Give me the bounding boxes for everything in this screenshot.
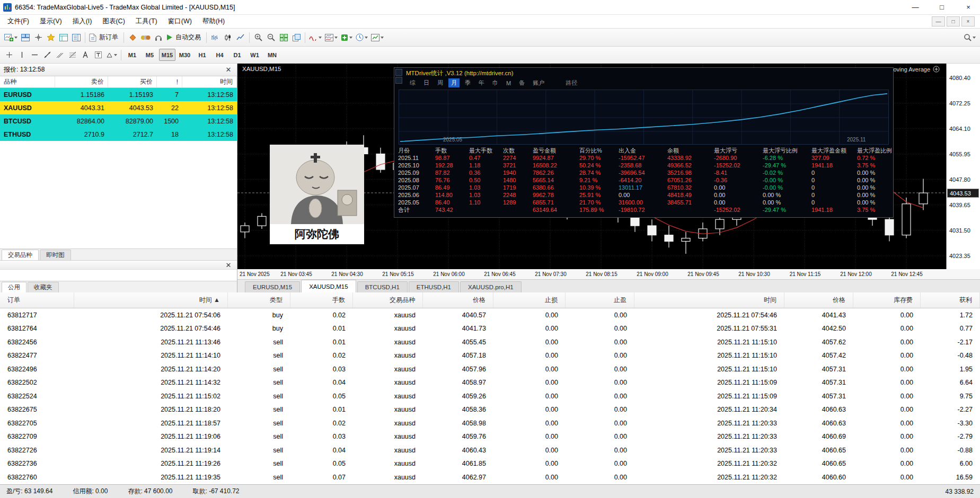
order-row[interactable]: 638227362025.11.21 11:19:26sell0.05xauus…	[0, 457, 980, 471]
mtdriver-tab-周[interactable]: 周	[435, 78, 446, 87]
price-axis[interactable]: 4080.404072.254064.104055.954047.804039.…	[946, 64, 980, 269]
order-row[interactable]: 638227602025.11.21 11:19:35sell0.07xauus…	[0, 470, 980, 484]
order-row[interactable]: 638226752025.11.21 11:18:20sell0.01xauus…	[0, 403, 980, 417]
orders-column-1[interactable]: 时间 ▲	[74, 292, 228, 308]
market-row-BTCUSD[interactable]: BTCUSD82864.0082879.00150013:12:58	[0, 114, 237, 128]
mtdriver-mini-icon[interactable]	[395, 69, 402, 76]
navigator-button[interactable]	[70, 31, 83, 45]
add-indicator-button[interactable]	[339, 31, 354, 45]
tile-windows-button[interactable]	[277, 31, 290, 45]
order-row[interactable]: 638127172025.11.21 07:54:06buy0.02xauusd…	[0, 308, 980, 322]
orders-column-11[interactable]: 获利	[921, 292, 980, 308]
navigator-header[interactable]: ✕	[0, 261, 237, 270]
market-row-EURUSD[interactable]: EURUSD1.151861.15193713:12:58	[0, 88, 237, 101]
bar-chart-button[interactable]	[209, 31, 222, 45]
depth-of-market-button[interactable]	[126, 31, 139, 45]
timeframe-W1[interactable]: W1	[246, 49, 263, 61]
orders-column-7[interactable]: 止盈	[566, 292, 634, 308]
chart-tab-ETHUSD,H1[interactable]: ETHUSD,H1	[409, 281, 459, 292]
cascade-windows-button[interactable]	[290, 31, 303, 45]
close-icon[interactable]: ✕	[224, 66, 233, 74]
orders-column-9[interactable]: 价格	[784, 292, 853, 308]
auto-trading-button[interactable]: 自动交易	[165, 31, 204, 45]
window-close-icon[interactable]: ×	[957, 0, 980, 15]
mtdriver-panel[interactable]: MTDriver统计 ,V3.12 (http://mtdriver.cn) 综…	[394, 67, 894, 218]
order-row[interactable]: 638127642025.11.21 07:54:46buy0.01xauusd…	[0, 322, 980, 336]
periods-button[interactable]	[354, 31, 369, 45]
mtdriver-tab-月[interactable]: 月	[448, 78, 460, 87]
indicators-button[interactable]	[307, 31, 323, 45]
data-window-button[interactable]	[57, 31, 70, 45]
menu-item-显示[interactable]: 显示(V)	[34, 15, 67, 28]
mtdriver-tab-账户[interactable]: 账户	[530, 78, 547, 87]
menu-item-图表[interactable]: 图表(C)	[97, 15, 130, 28]
market-row-XAUUSD[interactable]: XAUUSD4043.314043.532213:12:58	[0, 101, 237, 114]
mdi-restore-icon[interactable]: □	[947, 16, 960, 26]
timeframe-M30[interactable]: M30	[176, 49, 193, 61]
timeframe-M15[interactable]: M15	[159, 49, 175, 61]
channel-tool-button[interactable]	[54, 48, 66, 62]
orders-column-4[interactable]: 交易品种	[353, 292, 423, 308]
time-axis[interactable]: 21 Nov 202521 Nov 03:4521 Nov 04:3021 No…	[237, 269, 980, 280]
horizontal-line-tool-button[interactable]	[28, 48, 41, 62]
new-order-button[interactable]: 新订单	[87, 31, 121, 45]
favorites-button[interactable]	[45, 31, 57, 45]
menu-item-窗口[interactable]: 窗口(W)	[163, 15, 197, 28]
timeframe-MN[interactable]: MN	[264, 49, 280, 61]
trendline-tool-button[interactable]	[41, 48, 54, 62]
vertical-line-tool-button[interactable]	[15, 48, 28, 62]
shapes-tool-button[interactable]	[104, 48, 119, 62]
indicator-badge-icon[interactable]	[933, 66, 940, 73]
order-row[interactable]: 638224772025.11.21 11:14:10sell0.02xauus…	[0, 349, 980, 363]
cursor-tool-button[interactable]	[3, 48, 15, 62]
chart-tab-XAUUSD.pro,H1[interactable]: XAUUSD.pro,H1	[460, 281, 522, 292]
chart-tab-XAUUSD,M15[interactable]: XAUUSD,M15	[301, 280, 356, 292]
orders-column-8[interactable]: 时间	[634, 292, 784, 308]
timeframe-M5[interactable]: M5	[142, 49, 158, 61]
mw-tab-交易品种[interactable]: 交易品种	[2, 250, 39, 260]
mtdriver-tab-季[interactable]: 季	[462, 78, 473, 87]
menu-item-文件[interactable]: 文件(F)	[2, 15, 34, 28]
mdi-close-icon[interactable]: ×	[961, 16, 975, 26]
indicator-window-button[interactable]	[323, 31, 339, 45]
orders-column-10[interactable]: 库存费	[853, 292, 921, 308]
templates-button[interactable]	[369, 31, 385, 45]
timeframe-M1[interactable]: M1	[124, 49, 140, 61]
window-minimize-icon[interactable]: —	[904, 0, 927, 15]
chart-tab-BTCUSD,H1[interactable]: BTCUSD,H1	[357, 281, 408, 292]
mtdriver-tab-备[interactable]: 备	[516, 78, 527, 87]
orders-column-0[interactable]: 订单	[0, 292, 74, 308]
orders-column-6[interactable]: 止损	[493, 292, 566, 308]
symbols-button[interactable]	[139, 31, 152, 45]
mtdriver-tab-年[interactable]: 年	[476, 78, 487, 87]
mtdriver-tab-日[interactable]: 日	[421, 78, 432, 87]
menu-item-插入[interactable]: 插入(I)	[67, 15, 98, 28]
menu-item-帮助[interactable]: 帮助(H)	[197, 15, 230, 28]
nav-tab-公用[interactable]: 公用	[2, 282, 27, 292]
menu-item-工具[interactable]: 工具(T)	[130, 15, 163, 28]
timeframe-H4[interactable]: H4	[211, 49, 228, 61]
zoom-out-button[interactable]	[264, 31, 277, 45]
new-chart-button[interactable]	[3, 31, 19, 45]
mtdriver-path-label[interactable]: 路径	[566, 79, 577, 87]
order-row[interactable]: 638225022025.11.21 11:14:32sell0.04xauus…	[0, 376, 980, 390]
mw-tab-即时图[interactable]: 即时图	[40, 250, 71, 260]
timeframe-D1[interactable]: D1	[229, 49, 245, 61]
chart-tab-EURUSD,M15[interactable]: EURUSD,M15	[245, 281, 300, 292]
text-tool-button[interactable]	[79, 48, 92, 62]
order-row[interactable]: 638227092025.11.21 11:19:06sell0.03xauus…	[0, 430, 980, 444]
label-tool-button[interactable]	[92, 48, 104, 62]
nav-tab-收藏夹[interactable]: 收藏夹	[28, 282, 59, 292]
mtdriver-tab-M[interactable]: M	[504, 79, 514, 87]
mtdriver-tab-综[interactable]: 综	[407, 78, 418, 87]
order-row[interactable]: 638225242025.11.21 11:15:02sell0.05xauus…	[0, 389, 980, 403]
market-row-ETHUSD[interactable]: ETHUSD2710.92712.71813:12:58	[0, 128, 237, 141]
order-row[interactable]: 638224962025.11.21 11:14:20sell0.03xauus…	[0, 362, 980, 376]
order-row[interactable]: 638227052025.11.21 11:18:57sell0.02xauus…	[0, 416, 980, 430]
zoom-in-button[interactable]	[252, 31, 264, 45]
order-row[interactable]: 638227262025.11.21 11:19:14sell0.04xauus…	[0, 443, 980, 457]
fibonacci-tool-button[interactable]	[66, 48, 79, 62]
window-maximize-icon[interactable]: □	[930, 0, 953, 15]
orders-column-3[interactable]: 手数	[290, 292, 353, 308]
chart-area[interactable]: XAUUSD,M15 Moving Average	[237, 64, 980, 269]
